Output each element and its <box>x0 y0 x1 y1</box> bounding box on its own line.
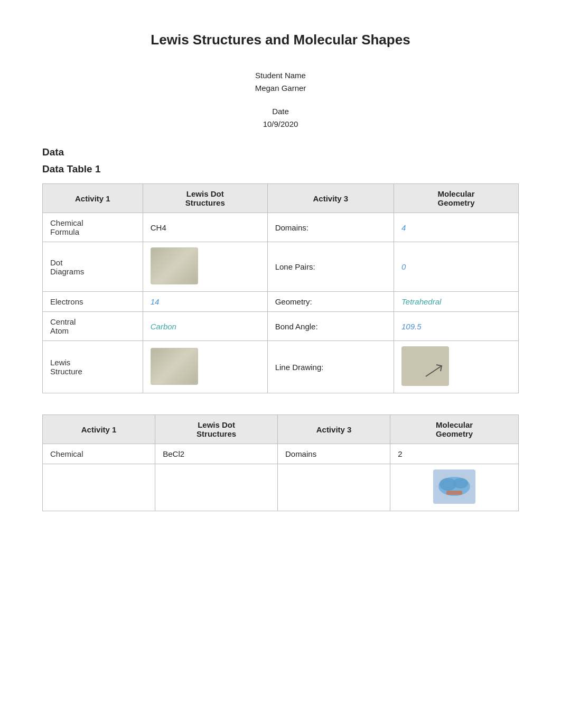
table-row: CentralAtom Carbon Bond Angle: 109.5 <box>43 312 519 341</box>
table-row: DotDiagrams Lone Pairs: 0 <box>43 242 519 292</box>
data-table-1: Activity 1 Lewis DotStructures Activity … <box>42 183 519 393</box>
row1-act3-label: Domains: <box>267 213 394 242</box>
student-info-block: Student Name Megan Garner <box>42 69 519 95</box>
col-activity3: Activity 3 <box>267 184 394 213</box>
row4-act1-label: CentralAtom <box>43 312 143 341</box>
row3-act1-value: 14 <box>143 292 267 312</box>
row4-act3-label: Bond Angle: <box>267 312 394 341</box>
molecular-geometry-image <box>433 469 475 504</box>
student-name-label: Student Name <box>42 69 519 82</box>
t2-row2-mol-geo <box>390 464 519 511</box>
date-value: 10/9/2020 <box>42 118 519 131</box>
t2-row2-lewis <box>155 464 278 511</box>
table-row <box>43 464 519 511</box>
data-table-2: Activity 1 Lewis DotStructures Activity … <box>42 414 519 511</box>
row5-act1-label: LewisStructure <box>43 341 143 393</box>
row3-act3-value: Tetrahedral <box>394 292 519 312</box>
t2-row1-act3-value: 2 <box>390 444 519 464</box>
row1-act3-value: 4 <box>394 213 519 242</box>
table-row: Chemical BeCl2 Domains 2 <box>43 444 519 464</box>
t2-row1-act1-label: Chemical <box>43 444 155 464</box>
row3-act1-label: Electrons <box>43 292 143 312</box>
table-row: LewisStructure Line Drawing: <box>43 341 519 393</box>
student-name-value: Megan Garner <box>42 82 519 95</box>
row2-act3-label: Lone Pairs: <box>267 242 394 292</box>
t2-row2-act1 <box>43 464 155 511</box>
data-heading: Data <box>42 146 519 158</box>
col-activity1: Activity 1 <box>43 184 143 213</box>
row2-act1-label: DotDiagrams <box>43 242 143 292</box>
table-row: Electrons 14 Geometry: Tetrahedral <box>43 292 519 312</box>
date-label: Date <box>42 105 519 118</box>
cloud-svg <box>433 469 475 504</box>
t2-row2-act3 <box>277 464 390 511</box>
date-info-block: Date 10/9/2020 <box>42 105 519 131</box>
row4-act3-value: 109.5 <box>394 312 519 341</box>
col2-molecular-geometry: MolecularGeometry <box>390 415 519 444</box>
row4-act1-value: Carbon <box>143 312 267 341</box>
lewis-structure-image <box>151 348 198 385</box>
svg-point-3 <box>453 478 468 489</box>
row5-act3-label: Line Drawing: <box>267 341 394 393</box>
row1-act1-label: ChemicalFormula <box>43 213 143 242</box>
line-drawing-svg <box>420 361 447 382</box>
svg-rect-4 <box>446 491 462 495</box>
table-row: ChemicalFormula CH4 Domains: 4 <box>43 213 519 242</box>
col2-activity3: Activity 3 <box>277 415 390 444</box>
t2-row1-act3-label: Domains <box>277 444 390 464</box>
page-title: Lewis Structures and Molecular Shapes <box>42 32 519 48</box>
line-drawing-image <box>401 346 449 386</box>
col-molecular-geometry: MolecularGeometry <box>394 184 519 213</box>
dot-diagram-image <box>151 247 198 284</box>
row5-act1-image <box>143 341 267 393</box>
col2-activity1: Activity 1 <box>43 415 155 444</box>
svg-line-0 <box>426 366 442 376</box>
row3-act3-label: Geometry: <box>267 292 394 312</box>
row5-act3-image <box>394 341 519 393</box>
row2-act3-value: 0 <box>394 242 519 292</box>
row2-act1-image <box>143 242 267 292</box>
t2-row1-act1-value: BeCl2 <box>155 444 278 464</box>
col2-lewis-dot: Lewis DotStructures <box>155 415 278 444</box>
row1-act1-value: CH4 <box>143 213 267 242</box>
table1-heading: Data Table 1 <box>42 163 519 175</box>
col-lewis-dot: Lewis DotStructures <box>143 184 267 213</box>
